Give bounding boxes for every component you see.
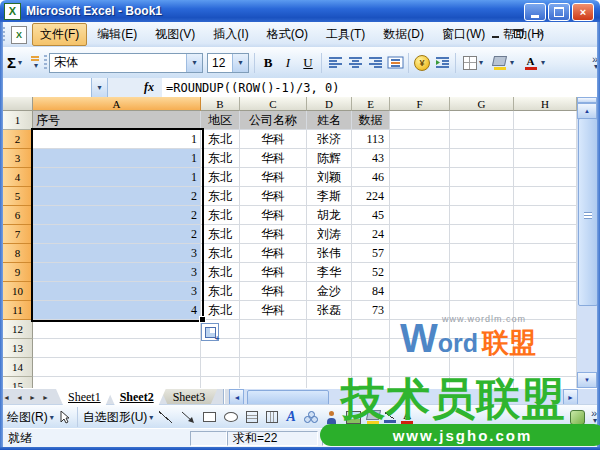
cell-C14[interactable] xyxy=(240,358,307,377)
bold-button[interactable]: B xyxy=(258,53,278,73)
workbook-minimize-button[interactable] xyxy=(488,26,502,40)
formula-input[interactable]: =ROUNDUP((ROW()-1)/3, 0) xyxy=(162,78,600,97)
font-size-select[interactable]: 12 ▾ xyxy=(207,53,249,73)
cell-B13[interactable] xyxy=(201,339,240,358)
cell-H5[interactable] xyxy=(514,187,577,206)
cell-C6[interactable]: 华科 xyxy=(240,206,307,225)
cell-G14[interactable] xyxy=(450,358,514,377)
align-center-button[interactable] xyxy=(345,53,365,73)
cell-E12[interactable] xyxy=(352,320,390,339)
row-header-7[interactable]: 7 xyxy=(3,225,33,244)
cell-E3[interactable]: 43 xyxy=(352,149,390,168)
3d-style-button[interactable] xyxy=(570,410,585,425)
cell-B5[interactable]: 东北 xyxy=(201,187,240,206)
select-all-corner[interactable] xyxy=(3,97,33,111)
fill-handle[interactable] xyxy=(199,316,206,323)
cell-C15[interactable] xyxy=(240,377,307,388)
cell-B2[interactable]: 东北 xyxy=(201,130,240,149)
cell-A12[interactable] xyxy=(33,320,201,339)
toolbar-options-button[interactable]: ▾ xyxy=(29,55,41,70)
cell-B10[interactable]: 东北 xyxy=(201,282,240,301)
cell-B14[interactable] xyxy=(201,358,240,377)
wordart-button[interactable]: A xyxy=(286,409,295,425)
cell-C12[interactable] xyxy=(240,320,307,339)
column-header-H[interactable]: H xyxy=(514,97,577,111)
cell-A3[interactable]: 1 xyxy=(33,149,201,168)
vertical-scroll-thumb[interactable] xyxy=(578,118,598,306)
cell-C3[interactable]: 华科 xyxy=(240,149,307,168)
row-header-2[interactable]: 2 xyxy=(3,130,33,149)
draw-line-color-button[interactable] xyxy=(382,407,399,427)
arrow-tool-button[interactable] xyxy=(181,411,195,423)
cell-F8[interactable] xyxy=(390,244,450,263)
close-button[interactable]: × xyxy=(572,3,594,21)
cell-A8[interactable]: 3 xyxy=(33,244,201,263)
cell-E13[interactable] xyxy=(352,339,390,358)
cell-A1[interactable]: 序号 xyxy=(33,111,201,130)
column-header-F[interactable]: F xyxy=(390,97,450,111)
cell-C7[interactable]: 华科 xyxy=(240,225,307,244)
tab-sheet1[interactable]: Sheet1 xyxy=(56,389,113,405)
cell-H4[interactable] xyxy=(514,168,577,187)
cell-H3[interactable] xyxy=(514,149,577,168)
tab-sheet3[interactable]: Sheet3 xyxy=(161,389,218,405)
fill-color-button[interactable]: ▾ xyxy=(488,51,517,75)
cell-H15[interactable] xyxy=(514,377,577,388)
insert-picture-button[interactable] xyxy=(346,411,361,424)
cell-D5[interactable]: 李斯 xyxy=(307,187,352,206)
scroll-right-button[interactable]: ► xyxy=(563,389,578,405)
menu-edit[interactable]: 编辑(E) xyxy=(89,23,145,46)
cell-H14[interactable] xyxy=(514,358,577,377)
column-header-B[interactable]: B xyxy=(201,97,240,111)
draw-font-color-button[interactable]: A xyxy=(399,407,416,427)
cell-E15[interactable] xyxy=(352,377,390,388)
cell-D6[interactable]: 胡龙 xyxy=(307,206,352,225)
cell-D11[interactable]: 张磊 xyxy=(307,301,352,320)
line-tool-icon[interactable] xyxy=(159,411,173,423)
cell-C11[interactable]: 华科 xyxy=(240,301,307,320)
cell-E4[interactable]: 46 xyxy=(352,168,390,187)
horizontal-scrollbar[interactable]: ◄ ► xyxy=(229,389,600,405)
cell-H6[interactable] xyxy=(514,206,577,225)
cell-A6[interactable]: 2 xyxy=(33,206,201,225)
draw-menu-button[interactable]: 绘图(R) ▾ xyxy=(7,409,54,426)
cell-F9[interactable] xyxy=(390,263,450,282)
cell-A5[interactable]: 2 xyxy=(33,187,201,206)
merge-center-button[interactable] xyxy=(385,53,405,73)
tab-split-handle[interactable] xyxy=(223,389,227,405)
cell-G6[interactable] xyxy=(450,206,514,225)
cell-D15[interactable] xyxy=(307,377,352,388)
diagram-button[interactable] xyxy=(304,411,318,423)
insert-function-button[interactable]: fx xyxy=(136,78,162,97)
workbook-restore-button[interactable] xyxy=(511,26,525,40)
last-sheet-button[interactable]: ► xyxy=(39,389,52,405)
cell-D14[interactable] xyxy=(307,358,352,377)
row-header-12[interactable]: 12 xyxy=(3,320,33,339)
restore-button[interactable] xyxy=(548,3,570,21)
cell-B3[interactable]: 东北 xyxy=(201,149,240,168)
cell-F14[interactable] xyxy=(390,358,450,377)
column-header-C[interactable]: C xyxy=(240,97,307,111)
cell-D4[interactable]: 刘颖 xyxy=(307,168,352,187)
cell-A15[interactable] xyxy=(33,377,201,388)
cell-G3[interactable] xyxy=(450,149,514,168)
select-objects-button[interactable] xyxy=(60,411,70,424)
cell-H1[interactable] xyxy=(514,111,577,130)
cell-E8[interactable]: 57 xyxy=(352,244,390,263)
cell-F15[interactable] xyxy=(390,377,450,388)
menu-tools[interactable]: 工具(T) xyxy=(318,23,373,46)
align-right-button[interactable] xyxy=(365,53,385,73)
cell-G9[interactable] xyxy=(450,263,514,282)
cell-F12[interactable] xyxy=(390,320,450,339)
increase-indent-button[interactable] xyxy=(432,53,452,73)
autofill-options-button[interactable] xyxy=(201,323,219,341)
minimize-button[interactable] xyxy=(524,3,546,21)
cell-F6[interactable] xyxy=(390,206,450,225)
next-sheet-button[interactable]: ► xyxy=(26,389,39,405)
cell-E10[interactable]: 84 xyxy=(352,282,390,301)
cell-G8[interactable] xyxy=(450,244,514,263)
cell-B7[interactable]: 东北 xyxy=(201,225,240,244)
cell-E9[interactable]: 52 xyxy=(352,263,390,282)
row-header-3[interactable]: 3 xyxy=(3,149,33,168)
cell-C1[interactable]: 公司名称 xyxy=(240,111,307,130)
